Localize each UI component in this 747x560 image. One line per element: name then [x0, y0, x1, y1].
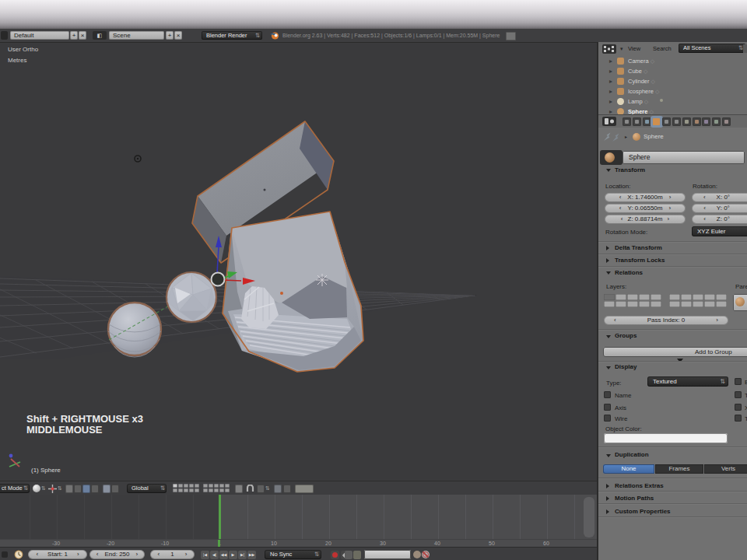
svg-text:Metres: Metres	[8, 57, 26, 64]
svg-text:MIDDLEMOUSE: MIDDLEMOUSE	[26, 424, 103, 436]
svg-text:(1) Sphere: (1) Sphere	[31, 467, 61, 474]
svg-text:User Ortho: User Ortho	[8, 46, 39, 53]
svg-text:Shift + RIGHTMOUSE x3: Shift + RIGHTMOUSE x3	[26, 413, 143, 425]
